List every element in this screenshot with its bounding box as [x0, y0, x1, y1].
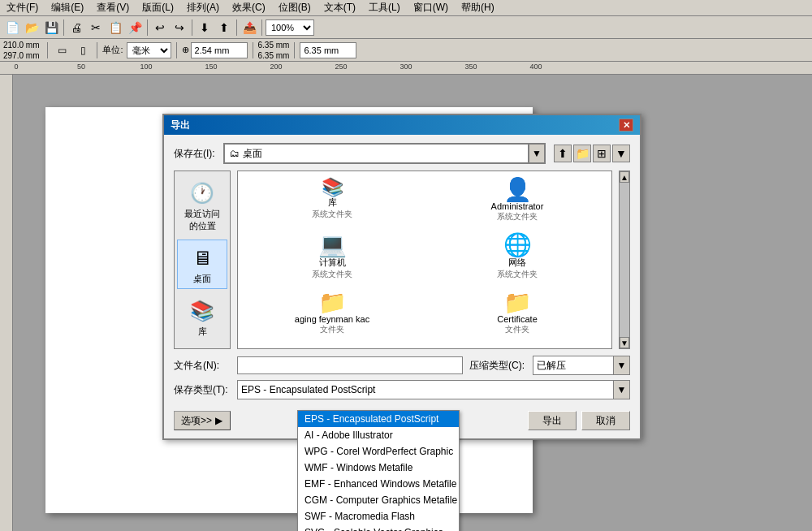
file-name-admin: Administrator — [491, 201, 544, 211]
file-item-certificate[interactable]: 📁 Certificate 文件夹 — [426, 287, 608, 339]
compress-text: 已解压 — [533, 356, 613, 374]
menu-text[interactable]: 文本(T) — [321, 1, 359, 15]
filetype-label: 保存类型(T): — [174, 383, 231, 397]
file-item-chuguocailiao[interactable]: 📁 chuguocailiao 文件夹 — [241, 343, 423, 349]
options-button[interactable]: 选项>> ▶ — [174, 411, 231, 430]
coreldraw12-folder-icon: 📁 — [503, 347, 532, 349]
library-folder-icon: 📚 — [322, 179, 343, 196]
menu-view[interactable]: 查看(V) — [93, 1, 132, 15]
separator8 — [176, 42, 177, 58]
file-item-library[interactable]: 📚 库 系统文件夹 — [241, 175, 423, 227]
file-item-admin[interactable]: 👤 Administrator 系统文件夹 — [426, 175, 608, 227]
menu-tools[interactable]: 工具(L) — [365, 1, 404, 15]
paste-button[interactable]: 📌 — [126, 19, 144, 37]
view-toggle-button[interactable]: ⊞ — [593, 145, 611, 162]
file-item-network[interactable]: 🌐 网络 系统文件夹 — [426, 230, 608, 284]
dialog-title: 导出 — [171, 119, 190, 132]
menu-layout[interactable]: 版面(L) — [139, 1, 177, 15]
scroll-up[interactable]: ▲ — [620, 171, 629, 183]
ruler-num-150: 150 — [205, 63, 217, 71]
filetype-dropdown-arrow[interactable]: ▼ — [613, 381, 629, 399]
measure-c: 6.35 mm — [300, 42, 356, 58]
sidebar-item-library[interactable]: 📚 库 — [177, 292, 227, 342]
export-button[interactable]: 导出 — [528, 411, 577, 430]
sidebar-label-desktop: 桌面 — [193, 273, 211, 285]
file-name-computer: 计算机 — [319, 257, 346, 269]
file-item-coreldraw12[interactable]: 📁 coreldraw12 文件夹 — [426, 343, 608, 349]
undo-button[interactable]: ↩ — [151, 19, 169, 37]
menu-edit[interactable]: 编辑(E) — [48, 1, 87, 15]
location-toolbar: ⬆ 📁 ⊞ ▼ — [554, 145, 630, 162]
compress-arrow[interactable]: ▼ — [613, 356, 629, 374]
view-options-button[interactable]: ▼ — [612, 145, 630, 162]
dropdown-item-cgm[interactable]: CGM - Computer Graphics Metafile — [298, 492, 459, 508]
open-button[interactable]: 📂 — [23, 19, 41, 37]
new-folder-button[interactable]: 📁 — [573, 145, 591, 162]
dropdown-item-emf[interactable]: EMF - Enhanced Windows Metafile — [298, 476, 459, 492]
nudge-value: 2.54 mm — [191, 42, 248, 58]
dropdown-item-swf[interactable]: SWF - Macromedia Flash — [298, 508, 459, 525]
export-button[interactable]: ⬆ — [215, 19, 233, 37]
ruler-num-300: 300 — [400, 63, 412, 71]
dropdown-item-ai[interactable]: AI - Adobe Illustrator — [298, 427, 459, 443]
scrollbar[interactable]: ▲ ▼ — [619, 171, 630, 349]
file-type-library: 系统文件夹 — [312, 209, 352, 220]
save-location-label: 保存在(I): — [174, 147, 218, 161]
print-button[interactable]: 🖨 — [67, 19, 85, 37]
new-button[interactable]: 📄 — [3, 19, 21, 37]
ruler-num-250: 250 — [335, 63, 347, 71]
redo-button[interactable]: ↪ — [171, 19, 188, 37]
scroll-down[interactable]: ▼ — [620, 337, 629, 348]
menu-bitmap[interactable]: 位图(B) — [275, 1, 314, 15]
filename-input[interactable] — [237, 356, 463, 374]
sidebar-item-computer[interactable]: 💻 计算机 — [177, 345, 227, 349]
menu-file[interactable]: 文件(F) — [3, 1, 41, 15]
dropdown-item-wmf[interactable]: WMF - Windows Metafile — [298, 460, 459, 476]
go-up-button[interactable]: ⬆ — [554, 145, 572, 162]
publish-button[interactable]: 📤 — [240, 19, 258, 37]
import-button[interactable]: ⬇ — [196, 19, 214, 37]
menu-arrange[interactable]: 排列(A) — [184, 1, 222, 15]
save-location-dropdown-arrow[interactable]: ▼ — [529, 144, 545, 163]
network-folder-icon: 🌐 — [503, 234, 532, 257]
filetype-row: 保存类型(T): EPS - Encapsulated PostScript ▼ — [174, 380, 630, 399]
sidebar-item-desktop[interactable]: 🖥 桌面 — [177, 240, 227, 289]
save-location-combo[interactable]: 🗂 桌面 — [224, 144, 529, 163]
dropdown-item-eps[interactable]: EPS - Encapsulated PostScript — [298, 411, 459, 427]
file-item-aging[interactable]: 📁 aging feynman kac 文件夹 — [241, 287, 423, 339]
portrait-button[interactable]: ▭ — [53, 41, 71, 59]
menu-bar: 文件(F) 编辑(E) 查看(V) 版面(L) 排列(A) 效果(C) 位图(B… — [0, 0, 812, 16]
unit-select[interactable]: 毫米 — [127, 42, 171, 58]
separator2 — [147, 19, 148, 36]
menu-window[interactable]: 窗口(W) — [410, 1, 451, 15]
menu-effects[interactable]: 效果(C) — [229, 1, 269, 15]
sidebar-item-recent[interactable]: 🕐 最近访问的位置 — [177, 175, 227, 236]
save-location-row: 保存在(I): 🗂 桌面 ▼ ⬆ 📁 ⊞ ▼ — [174, 143, 630, 164]
cut-button[interactable]: ✂ — [87, 19, 105, 37]
cancel-button[interactable]: 取消 — [581, 411, 630, 430]
dialog-titlebar: 导出 ✕ — [164, 115, 640, 135]
filename-label: 文件名(N): — [174, 359, 231, 373]
filename-row: 文件名(N): 压缩类型(C): 已解压 ▼ — [174, 356, 630, 375]
separator1 — [63, 19, 64, 36]
file-type-admin: 系统文件夹 — [497, 211, 538, 222]
ruler-num-200: 200 — [270, 63, 282, 71]
dialog-close-button[interactable]: ✕ — [619, 119, 633, 132]
landscape-button[interactable]: ▯ — [74, 41, 92, 59]
certificate-folder-icon: 📁 — [503, 291, 532, 314]
toolbar-secondary: 210.0 mm 297.0 mm ▭ ▯ 单位: 毫米 ⊕ 2.54 mm 6… — [0, 39, 812, 62]
copy-button[interactable]: 📋 — [106, 19, 124, 37]
scroll-track — [620, 183, 629, 337]
dropdown-item-svg[interactable]: SVG - Scalable Vector Graphics — [298, 525, 459, 531]
file-item-computer[interactable]: 💻 计算机 系统文件夹 — [241, 230, 423, 284]
library-icon: 📚 — [188, 296, 217, 326]
filetype-text: EPS - Encapsulated PostScript — [238, 381, 613, 399]
separator7 — [97, 42, 97, 58]
ruler-num-400: 400 — [529, 63, 542, 71]
file-type-network: 系统文件夹 — [497, 269, 538, 280]
menu-help[interactable]: 帮助(H) — [458, 1, 498, 15]
dropdown-item-wpg[interactable]: WPG - Corel WordPerfect Graphic — [298, 443, 459, 460]
computer-folder-icon: 💻 — [318, 234, 347, 257]
save-button[interactable]: 💾 — [42, 19, 60, 37]
zoom-select[interactable]: 100% — [266, 19, 314, 36]
